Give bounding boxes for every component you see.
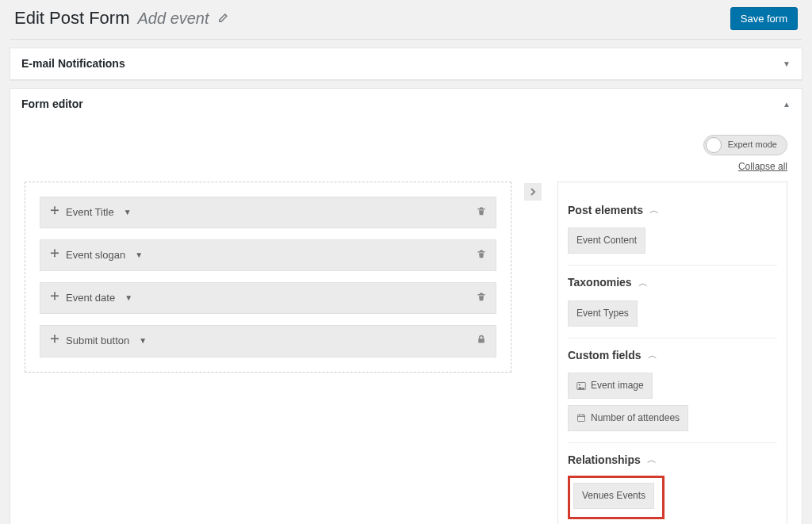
field-row[interactable]: Event slogan▼ [40,239,496,271]
collapse-sidebar-button[interactable] [524,183,542,201]
pencil-icon[interactable] [217,13,228,28]
chip-label: Event Content [576,234,637,247]
trash-icon[interactable] [477,205,486,220]
field-label: Event date [66,291,115,305]
sidebar-section-toggle[interactable]: Taxonomies︿ [568,270,777,296]
sidebar-section-title: Post elements [568,203,643,219]
chip-label: Event image [591,379,644,392]
sidebar-section-toggle[interactable]: Post elements︿ [568,198,777,224]
email-notifications-panel: E-mail Notifications ▼ [10,48,802,81]
field-row[interactable]: Event Title▼ [40,197,496,228]
element-chip[interactable]: Number of attendees [568,405,688,431]
email-notifications-toggle[interactable]: E-mail Notifications ▼ [10,48,802,80]
form-canvas: Event Title▼Event slogan▼Event date▼Subm… [25,182,511,373]
chip-label: Venues Events [582,489,645,503]
move-icon[interactable] [50,205,59,220]
chevron-down-icon: ▼ [783,59,791,70]
sidebar-section: Post elements︿Event Content [568,193,777,266]
sidebar-section-title: Taxonomies [568,275,632,291]
field-label: Submit button [66,334,129,348]
form-name: Add event [137,7,209,29]
chevron-up-icon: ︿ [649,204,659,217]
expert-mode-label: Expert mode [728,139,777,151]
caret-down-icon: ▼ [135,250,143,261]
expert-mode-toggle[interactable]: Expert mode [703,135,787,155]
image-icon [576,381,586,391]
form-editor-panel: Form editor ▲ Expert mode Collapse all E… [10,88,802,524]
move-icon[interactable] [50,248,59,262]
svg-point-1 [579,384,580,385]
panel-title: E-mail Notifications [21,56,125,72]
chip-label: Number of attendees [591,411,680,425]
trash-icon[interactable] [477,248,486,262]
form-editor-toggle[interactable]: Form editor ▲ [10,89,802,120]
sidebar-section-title: Relationships [568,453,641,469]
trash-icon[interactable] [477,291,486,305]
panel-title: Form editor [21,97,83,113]
sidebar-section: Custom fields︿Event imageNumber of atten… [568,338,777,443]
element-chip[interactable]: Event Content [568,228,645,254]
sidebar-section-toggle[interactable]: Relationships︿ [568,448,777,473]
chevron-up-icon: ︿ [647,453,657,467]
chip-label: Event Types [576,307,629,320]
chevron-up-icon: ▲ [783,99,791,110]
caret-down-icon: ▼ [124,207,132,218]
element-chip[interactable]: Venues Events [573,483,654,509]
elements-sidebar: Post elements︿Event ContentTaxonomies︿Ev… [557,182,787,524]
toggle-knob-icon [706,137,722,153]
lock-icon [477,334,486,348]
element-chip[interactable]: Event image [568,373,653,399]
relationships-highlight: Venues Events [568,476,665,519]
save-form-button[interactable]: Save form [730,7,798,30]
sidebar-section: Taxonomies︿Event Types [568,266,777,338]
field-row[interactable]: Submit button▼ [40,325,496,357]
sidebar-section-toggle[interactable]: Custom fields︿ [568,343,777,369]
field-label: Event Title [66,205,114,220]
move-icon[interactable] [50,291,59,305]
sidebar-section: Relationships︿Venues Events [568,443,777,524]
caret-down-icon: ▼ [124,293,132,304]
field-label: Event slogan [66,248,125,262]
element-chip[interactable]: Event Types [568,300,638,327]
move-icon[interactable] [50,334,59,348]
svg-rect-2 [578,415,585,422]
chevron-up-icon: ︿ [638,277,648,290]
caret-down-icon: ▼ [139,335,147,346]
collapse-all-link[interactable]: Collapse all [738,160,787,174]
chevron-up-icon: ︿ [648,349,657,362]
calendar-icon [576,413,586,423]
sidebar-section-title: Custom fields [568,348,642,364]
field-row[interactable]: Event date▼ [40,282,496,314]
page-title: Edit Post Form [14,6,129,31]
